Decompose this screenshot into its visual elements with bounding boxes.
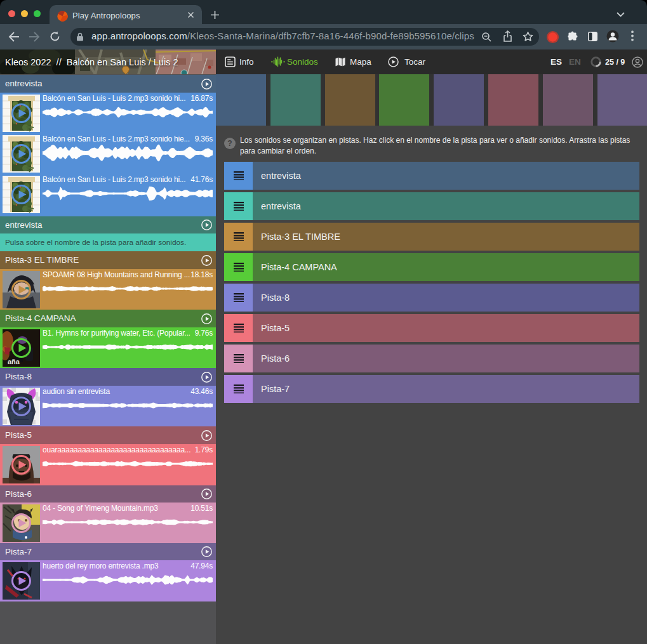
svg-text:aña: aña <box>8 358 20 365</box>
svg-text:?: ? <box>227 139 232 148</box>
